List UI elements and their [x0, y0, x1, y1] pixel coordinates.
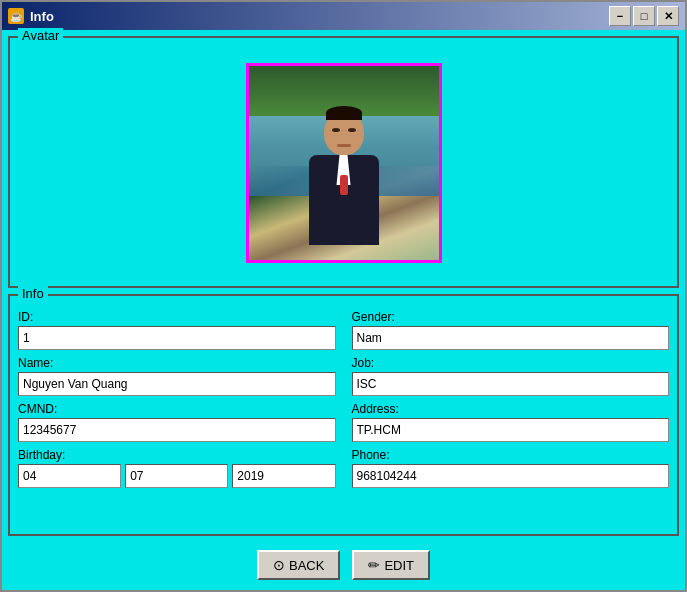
phone-input[interactable]	[352, 464, 670, 488]
cmnd-input[interactable]	[18, 418, 336, 442]
back-button[interactable]: ⊙ BACK	[257, 550, 340, 580]
gender-label: Gender:	[352, 310, 670, 324]
person-body	[309, 155, 379, 245]
back-label: BACK	[289, 558, 324, 573]
back-icon: ⊙	[273, 557, 285, 573]
job-input[interactable]	[352, 372, 670, 396]
cmnd-field-group: CMND:	[18, 402, 336, 442]
info-group: Info ID: Name: CMND:	[8, 294, 679, 536]
gender-field-group: Gender:	[352, 310, 670, 350]
edit-label: EDIT	[384, 558, 414, 573]
avatar-image	[249, 66, 439, 260]
close-button[interactable]: ✕	[657, 6, 679, 26]
info-group-label: Info	[18, 286, 48, 301]
edit-button[interactable]: ✏ EDIT	[352, 550, 430, 580]
birthday-year-input[interactable]	[232, 464, 335, 488]
address-label: Address:	[352, 402, 670, 416]
birthday-label: Birthday:	[18, 448, 336, 462]
job-field-group: Job:	[352, 356, 670, 396]
id-input[interactable]	[18, 326, 336, 350]
birthday-day-input[interactable]	[18, 464, 121, 488]
birthday-month-input[interactable]	[125, 464, 228, 488]
minimize-button[interactable]: −	[609, 6, 631, 26]
info-fields-left: ID: Name: CMND: Birthday:	[18, 310, 336, 488]
window-content: Avatar	[2, 30, 685, 590]
birthday-field-group: Birthday:	[18, 448, 336, 488]
phone-field-group: Phone:	[352, 448, 670, 488]
edit-icon: ✏	[368, 557, 380, 573]
avatar-image-container[interactable]	[246, 63, 442, 263]
phone-label: Phone:	[352, 448, 670, 462]
address-input[interactable]	[352, 418, 670, 442]
job-label: Job:	[352, 356, 670, 370]
app-icon: ☕	[8, 8, 24, 24]
avatar-box	[18, 48, 669, 278]
window-controls: − □ ✕	[609, 6, 679, 26]
person-head	[324, 110, 364, 155]
gender-input[interactable]	[352, 326, 670, 350]
maximize-button[interactable]: □	[633, 6, 655, 26]
window-title: Info	[30, 9, 609, 24]
avatar-group-label: Avatar	[18, 28, 63, 43]
main-window: ☕ Info − □ ✕ Avatar	[0, 0, 687, 592]
id-field-group: ID:	[18, 310, 336, 350]
name-input[interactable]	[18, 372, 336, 396]
button-row: ⊙ BACK ✏ EDIT	[8, 542, 679, 584]
birthday-inputs	[18, 464, 336, 488]
id-label: ID:	[18, 310, 336, 324]
cmnd-label: CMND:	[18, 402, 336, 416]
info-grid: ID: Name: CMND: Birthday:	[18, 306, 669, 492]
address-field-group: Address:	[352, 402, 670, 442]
avatar-group: Avatar	[8, 36, 679, 288]
title-bar: ☕ Info − □ ✕	[2, 2, 685, 30]
name-label: Name:	[18, 356, 336, 370]
person-figure	[304, 110, 384, 260]
info-fields-right: Gender: Job: Address: Phone:	[352, 310, 670, 488]
name-field-group: Name:	[18, 356, 336, 396]
